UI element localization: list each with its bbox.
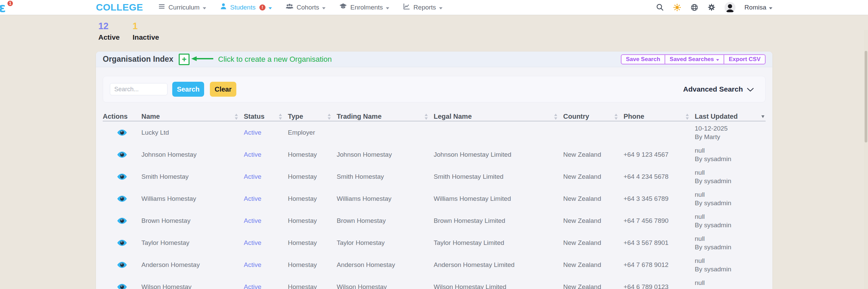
nav-item-enrolments[interactable]: Enrolments: [339, 3, 389, 12]
advanced-search-toggle[interactable]: Advanced Search: [683, 85, 758, 93]
table-row: Johnson Homestay Active Homestay Johnson…: [103, 143, 766, 166]
menu-icon: [158, 3, 165, 12]
brand-title[interactable]: COLLEGE: [96, 2, 143, 13]
column-header-last-updated[interactable]: Last Updated: [695, 113, 766, 120]
org-type: Homestay: [288, 195, 337, 203]
phone: +64 9 123 4567: [624, 151, 695, 158]
legal-name: Brown Homestay Limited: [434, 217, 563, 225]
view-icon[interactable]: [117, 261, 127, 269]
column-header-trading-name[interactable]: Trading Name: [337, 113, 434, 120]
sort-icon: [685, 113, 689, 120]
column-header-status[interactable]: Status: [244, 113, 288, 120]
status-link[interactable]: Active: [244, 261, 261, 268]
person-icon: [220, 3, 227, 12]
legal-name: Smith Homestay Limited: [434, 173, 563, 180]
scrollbar-thumb[interactable]: [865, 51, 867, 142]
panel-header: Organisation Index + Click to create a n…: [96, 52, 772, 67]
trading-name: Taylor Homestay: [337, 239, 434, 247]
last-updated: null By sysadmin: [695, 278, 766, 289]
chevron-down-icon: [439, 4, 442, 11]
view-icon[interactable]: [117, 129, 127, 137]
nav-item-students[interactable]: Students !: [220, 3, 272, 12]
org-type: Homestay: [288, 261, 337, 269]
phone: +64 7 678 9012: [624, 261, 695, 269]
status-link[interactable]: Active: [244, 173, 261, 180]
export-csv-button[interactable]: Export CSV: [724, 55, 765, 64]
phone: +64 3 345 6789: [624, 195, 695, 203]
trading-name: Wilson Homestay: [337, 283, 434, 289]
org-name: Wilson Homestay: [141, 283, 244, 289]
legal-name: Wilson Homestay Limited: [434, 283, 563, 289]
chevron-down-icon: [322, 4, 326, 11]
table-row: Anderson Homestay Active Homestay Anders…: [103, 254, 766, 276]
nav-item-label: Cohorts: [297, 4, 319, 11]
last-updated: null By sysadmin: [695, 212, 766, 229]
org-name: Smith Homestay: [141, 173, 244, 180]
org-type: Homestay: [288, 217, 337, 225]
search-input[interactable]: [110, 83, 167, 95]
globe-icon[interactable]: [690, 3, 698, 12]
view-icon[interactable]: [117, 283, 127, 289]
search-icon[interactable]: [656, 3, 664, 11]
status-link[interactable]: Active: [244, 129, 261, 136]
last-updated: null By sysadmin: [695, 256, 766, 273]
view-icon[interactable]: [117, 173, 127, 181]
add-organisation-button[interactable]: +: [179, 54, 190, 65]
nav-item-curriculum[interactable]: Curriculum: [158, 3, 206, 12]
org-name: Williams Homestay: [141, 195, 244, 203]
trading-name: Williams Homestay: [337, 195, 434, 203]
sun-icon[interactable]: [673, 3, 681, 12]
column-header-country[interactable]: Country: [563, 113, 624, 120]
sort-desc-icon: [761, 113, 765, 120]
table-row: Brown Homestay Active Homestay Brown Hom…: [103, 210, 766, 232]
gear-icon[interactable]: [708, 3, 715, 11]
chevron-down-icon: [386, 4, 389, 11]
org-type: Homestay: [288, 283, 337, 289]
status-link[interactable]: Active: [244, 151, 261, 158]
legal-name: Anderson Homestay Limited: [434, 261, 563, 269]
country: New Zealand: [563, 217, 624, 225]
country: New Zealand: [563, 239, 624, 247]
column-header-legal-name[interactable]: Legal Name: [434, 113, 563, 120]
nav-item-cohorts[interactable]: Cohorts: [285, 3, 326, 12]
avatar[interactable]: [725, 2, 735, 13]
country: New Zealand: [563, 173, 624, 180]
clear-button[interactable]: Clear: [210, 82, 236, 97]
graduation-cap-icon: [339, 3, 347, 12]
column-header-type[interactable]: Type: [288, 113, 337, 120]
country: New Zealand: [563, 151, 624, 158]
main-menu: Curriculum Students ! Cohorts Enrolments: [158, 3, 442, 12]
people-icon: [285, 3, 294, 12]
table-body: Lucky Ltd Active Employer 10-12-2025 By …: [103, 121, 766, 289]
search-button[interactable]: Search: [172, 82, 204, 97]
country: New Zealand: [563, 283, 624, 289]
org-type: Homestay: [288, 151, 337, 158]
students-alert-badge: !: [259, 4, 265, 11]
org-name: Anderson Homestay: [141, 261, 244, 269]
org-type: Homestay: [288, 239, 337, 247]
status-link[interactable]: Active: [244, 195, 261, 202]
legal-name: Johnson Homestay Limited: [434, 151, 563, 158]
org-name: Lucky Ltd: [141, 129, 244, 136]
status-link[interactable]: Active: [244, 217, 261, 224]
view-icon[interactable]: [117, 195, 127, 203]
saved-searches-button[interactable]: Saved Searches: [665, 55, 724, 64]
user-name-label: Romisa: [745, 4, 766, 11]
nav-item-reports[interactable]: Reports: [403, 3, 442, 12]
status-link[interactable]: Active: [244, 239, 261, 246]
sort-icon: [554, 113, 558, 120]
active-count: 12: [98, 21, 120, 31]
nav-item-label: Reports: [413, 4, 436, 11]
status-link[interactable]: Active: [244, 283, 261, 289]
column-header-phone[interactable]: Phone: [624, 113, 695, 120]
column-header-name[interactable]: Name: [141, 113, 244, 120]
save-search-button[interactable]: Save Search: [622, 55, 665, 64]
stat-active: 12 Active: [98, 21, 120, 41]
org-type: Homestay: [288, 173, 337, 180]
app-logo[interactable]: ε 1: [1, 0, 16, 15]
user-menu[interactable]: Romisa: [745, 4, 772, 11]
view-icon[interactable]: [117, 151, 127, 159]
view-icon[interactable]: [117, 217, 127, 225]
sort-icon: [424, 113, 428, 120]
view-icon[interactable]: [117, 239, 127, 247]
